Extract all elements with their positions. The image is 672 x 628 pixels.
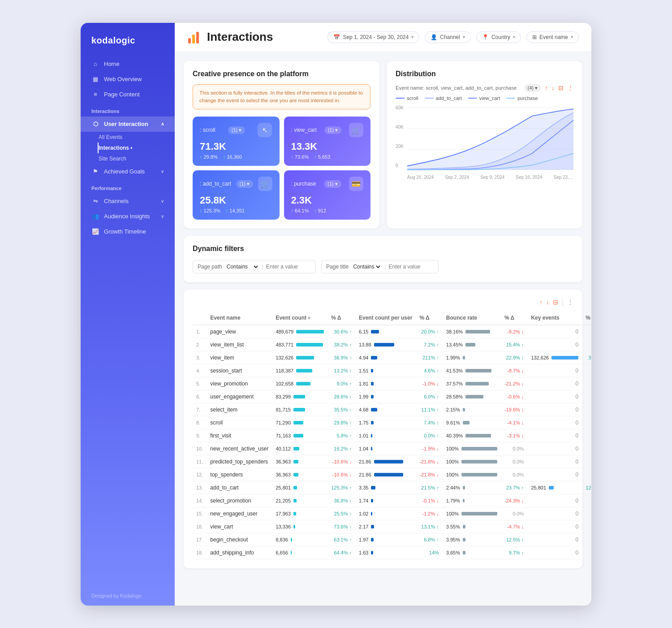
cart-add-metric-icon: 🛒 <box>258 177 272 191</box>
page-title-operator[interactable]: Contains Equals <box>351 263 382 270</box>
pct4-cell: - <box>582 533 591 546</box>
pct4-cell: - <box>582 338 591 351</box>
pct4-cell: 36.9% ↑ <box>582 351 591 364</box>
event-count-cell: 83,299 <box>272 390 327 403</box>
event-count-cell: 17,963 <box>272 507 327 520</box>
pct4-cell: - <box>582 442 591 455</box>
bounce-bar <box>463 499 465 502</box>
distribution-badge[interactable]: (4) ▾ <box>524 84 542 92</box>
distribution-event-label: Event name: scroll, view_cart, add_to_ca… <box>396 85 517 91</box>
distribution-header: Event name: scroll, view_cart, add_to_ca… <box>396 84 573 92</box>
pct2-cell: 6.0% ↑ <box>416 390 442 403</box>
y-label-60k: 60K <box>396 105 404 110</box>
sidebar-item-channels[interactable]: ⇋ Channels ∨ <box>81 194 175 209</box>
bounce-bar <box>463 538 465 541</box>
metric-view-cart-value: 13.3K <box>291 141 364 152</box>
pct4-cell: - <box>582 455 591 468</box>
country-filter[interactable]: 📍 Country ▾ <box>476 31 521 43</box>
col-event-count[interactable]: Event count ▾ <box>272 311 327 325</box>
bounce-cell: 3.65% <box>443 546 501 559</box>
table-settings-icon[interactable]: ⊟ <box>553 299 558 306</box>
table-row: 18. add_shipping_info 6,656 64.4% ↑ 1.63… <box>193 546 591 559</box>
key-bar <box>549 486 554 489</box>
metric-view-cart-badge[interactable]: (1) ▾ <box>324 126 342 134</box>
metric-purchase-badge[interactable]: (1) ▾ <box>324 180 341 188</box>
count-bar <box>296 343 323 346</box>
pct4-cell: - <box>582 507 591 520</box>
sidebar-item-page-content[interactable]: ≡ Page Content <box>81 87 175 102</box>
more-options-icon[interactable]: ⋮ <box>567 299 573 306</box>
page-path-value-input[interactable] <box>266 264 311 270</box>
grid-icon: ▦ <box>91 75 99 83</box>
metric-scroll-badge[interactable]: (1) ▾ <box>228 126 246 134</box>
event-name-cell: new_recent_active_user <box>207 442 272 455</box>
cpu-bar <box>374 460 403 463</box>
count-bar <box>296 356 314 359</box>
bounce-cell: 40.39% <box>443 429 501 442</box>
pct2-cell: -1.2% ↓ <box>416 507 442 520</box>
pct3-cell: -8.7% ↓ <box>501 364 527 377</box>
page-title-value-input[interactable] <box>389 264 434 270</box>
key-events-cell: 0 <box>527 520 582 533</box>
nav-group-interactions: Interactions <box>81 102 175 117</box>
sidebar-item-audience-insights[interactable]: 👥 Audience Insights ∨ <box>81 209 175 224</box>
pct1-cell: 13.2% ↑ <box>327 364 355 377</box>
pct2-cell: -1.0% ↓ <box>416 377 442 390</box>
row-number: 18. <box>193 546 207 559</box>
table-row: 17. begin_checkout 8,836 63.1% ↑ 1.97 6.… <box>193 533 591 546</box>
col-num <box>193 311 207 325</box>
bounce-cell: 41.53% <box>443 364 501 377</box>
arrow-up-icon: ↑ <box>223 154 226 160</box>
key-events-cell: 0 <box>527 338 582 351</box>
row-number: 7. <box>193 403 207 416</box>
date-filter[interactable]: 📅 Sep 1, 2024 - Sep 30, 2024 ▾ <box>327 31 419 43</box>
metric-add-cart-badge[interactable]: (1) ▾ <box>236 180 254 188</box>
pct1-cell: 5.8% ↑ <box>327 429 355 442</box>
sidebar-item-achieved-goals[interactable]: ⚑ Achieved Goals ∨ <box>81 164 175 179</box>
metric-add-cart-value: 25.8K <box>200 195 272 206</box>
cpu-bar <box>374 343 394 346</box>
sidebar-item-user-interaction[interactable]: ⬡ User Interaction ∧ <box>81 117 175 132</box>
pct2-cell: 21.5% ↑ <box>416 481 442 494</box>
page-path-operator[interactable]: Contains Equals Starts with <box>225 263 259 270</box>
sort-desc-icon[interactable]: ↓ <box>546 299 549 306</box>
sidebar-item-site-search[interactable]: Site Search <box>98 153 175 164</box>
header-filters: 📅 Sep 1, 2024 - Sep 30, 2024 ▾ 👤 Channel… <box>327 31 579 43</box>
events-table: Event name Event count ▾ % Δ Event count… <box>193 311 591 559</box>
pct1-cell: 63.1% ↑ <box>327 533 355 546</box>
metric-add-cart-label: : add_to_cart <box>200 181 231 187</box>
page-title: Interactions <box>207 30 273 44</box>
col-event-name[interactable]: Event name <box>207 311 272 325</box>
table-row: 16. view_cart 13,336 73.6% ↑ 2.17 13.1% … <box>193 520 591 533</box>
count-bar <box>291 538 292 541</box>
sidebar-item-all-events[interactable]: All Events <box>98 132 175 143</box>
sidebar-item-web-overview[interactable]: ▦ Web Overview <box>81 72 175 87</box>
pct3-cell: -4.7% ↓ <box>501 520 527 533</box>
cpu-cell: 1.74 <box>355 494 416 507</box>
event-count-cell: 483,771 <box>272 338 327 351</box>
sidebar-item-growth-timeline[interactable]: 📈 Growth Timeline <box>81 224 175 239</box>
more-action-icon[interactable]: ⋮ <box>567 84 573 91</box>
event-name-cell: begin_checkout <box>207 533 272 546</box>
filter-action-icon[interactable]: ⊟ <box>558 84 564 91</box>
arrow-down-action-icon[interactable]: ↓ <box>551 84 555 91</box>
key-events-cell: 0 <box>527 416 582 429</box>
bounce-bar <box>465 330 490 333</box>
sidebar-item-label: Channels <box>104 198 129 204</box>
col-pct1: % Δ <box>327 311 355 325</box>
sidebar-item-home[interactable]: ⌂ Home <box>81 56 175 72</box>
cursor-metric-icon: ↖ <box>258 123 272 137</box>
pct2-cell: 13.1% ↑ <box>416 520 442 533</box>
pct4-cell: - <box>582 390 591 403</box>
channel-filter[interactable]: 👤 Channel ▾ <box>425 31 471 43</box>
event-name-cell: view_item_list <box>207 338 272 351</box>
cpu-cell: 1.99 <box>355 390 416 403</box>
sort-asc-icon[interactable]: ↑ <box>539 299 543 306</box>
table-section: ↑ ↓ ⊟ | ⋮ Event name Event count ▾ % Δ E… <box>184 290 582 568</box>
event-filter[interactable]: ⊞ Event name ▾ <box>526 31 579 43</box>
event-filter-label: Event name <box>539 34 568 40</box>
page-title-label: Page title <box>326 264 349 270</box>
sidebar-item-interactions-sub[interactable]: Interactions • <box>98 143 175 153</box>
arrow-up-action-icon[interactable]: ↑ <box>545 84 548 91</box>
row-number: 16. <box>193 520 207 533</box>
